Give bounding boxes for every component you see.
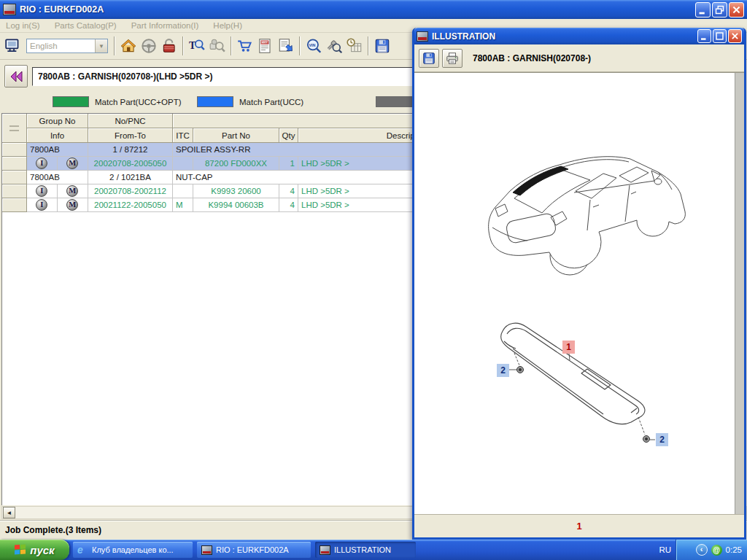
back-button[interactable] bbox=[4, 65, 28, 88]
toolbar-separator bbox=[368, 36, 369, 55]
illustration-toolbar: 7800AB : GARNISH(020708-) bbox=[414, 44, 744, 72]
illustration-canvas: 1 2 2 bbox=[414, 72, 744, 514]
cell-group-no: 7800AB bbox=[27, 171, 88, 184]
row-selector-button[interactable] bbox=[2, 114, 27, 143]
menu-parts-catalog[interactable]: Parts Catalog(P) bbox=[55, 21, 117, 30]
steering-wheel-icon[interactable] bbox=[139, 36, 159, 56]
cell-part-no: K9994 00603B bbox=[193, 198, 279, 212]
restore-button[interactable] bbox=[712, 2, 727, 18]
minimize-button[interactable] bbox=[695, 2, 711, 18]
group-title-text: 7800AB : GARNISH(020708-)(LHD >5DR >) bbox=[38, 71, 212, 82]
cell-part-no: K9993 20600 bbox=[193, 184, 279, 198]
network-monitor-icon[interactable] bbox=[3, 36, 23, 56]
messenger-icon[interactable] bbox=[711, 545, 722, 556]
cell-itc bbox=[173, 157, 193, 171]
material-button[interactable]: M bbox=[66, 185, 78, 197]
row-header-cell bbox=[2, 143, 27, 157]
lock-icon[interactable] bbox=[159, 36, 179, 56]
header-info: Info bbox=[27, 128, 88, 143]
row-header-cell bbox=[2, 157, 27, 171]
rio-app-icon bbox=[320, 545, 330, 555]
language-value: English bbox=[27, 42, 95, 50]
illustration-title: ILLUSTRATION bbox=[432, 31, 697, 42]
taskbar-button-label: ILLUSTRATION bbox=[334, 545, 391, 554]
toolbar-separator bbox=[114, 36, 115, 55]
taskbar-button-illustration[interactable]: ILLUSTRATION bbox=[315, 542, 416, 558]
status-text: Job Complete.(3 Items) bbox=[5, 525, 101, 535]
toolbar-separator bbox=[299, 36, 301, 55]
taskbar-button-browser[interactable]: Клуб владельцев ко... bbox=[73, 542, 193, 558]
header-no-pnc: No/PNC bbox=[88, 114, 173, 128]
row-header-cell bbox=[2, 198, 27, 212]
minimize-button[interactable] bbox=[697, 29, 711, 43]
cell-no-pnc: 1 / 87212 bbox=[88, 143, 173, 157]
cell-from-to: 20020708-2002112 bbox=[88, 184, 173, 198]
windows-logo-icon bbox=[15, 544, 26, 555]
material-button[interactable]: M bbox=[66, 199, 78, 211]
printer-icon bbox=[445, 51, 460, 66]
cell-qty: 4 bbox=[279, 198, 298, 212]
cell-info: I M bbox=[27, 198, 88, 212]
chevron-down-icon[interactable] bbox=[95, 39, 107, 52]
vertical-scrollbar[interactable] bbox=[735, 73, 744, 514]
car-line-drawing bbox=[481, 146, 700, 288]
toolbar-separator bbox=[182, 36, 184, 55]
system-tray: 0:25 bbox=[676, 540, 747, 560]
taskbar: пуск Клуб владельцев ко... RIO : EURKFD0… bbox=[0, 540, 747, 560]
cell-itc: M bbox=[173, 198, 193, 212]
home-icon[interactable] bbox=[118, 36, 139, 56]
print-button[interactable] bbox=[442, 49, 462, 68]
info-button[interactable]: I bbox=[36, 199, 47, 211]
row-header-cell bbox=[2, 184, 27, 198]
schedule-icon[interactable] bbox=[344, 36, 365, 56]
menu-help[interactable]: Help(H) bbox=[213, 21, 242, 30]
legend-swatch-green bbox=[53, 96, 89, 107]
save-icon[interactable] bbox=[372, 36, 392, 56]
callout-garnish[interactable]: 1 bbox=[562, 341, 575, 354]
info-button[interactable]: I bbox=[36, 185, 47, 197]
taskbar-button-label: RIO : EURKFD002A bbox=[216, 545, 289, 554]
save-illustration-button[interactable] bbox=[419, 49, 439, 68]
close-button[interactable] bbox=[729, 2, 744, 18]
save-import-icon[interactable] bbox=[276, 36, 296, 56]
parts-catalog-search-icon[interactable] bbox=[324, 36, 344, 56]
taskbar-button-label: Клуб владельцев ко... bbox=[92, 545, 174, 554]
text-search-icon[interactable]: T bbox=[187, 36, 207, 56]
floppy-icon bbox=[422, 51, 436, 66]
main-titlebar: RIO : EURKFD002A bbox=[0, 0, 747, 19]
header-from-to: From-To bbox=[88, 128, 173, 143]
header-part-no: Part No bbox=[193, 128, 279, 143]
row-header-cell bbox=[2, 171, 27, 184]
callout-nut-left[interactable]: 2 bbox=[497, 364, 509, 377]
legend-swatch-blue bbox=[197, 96, 233, 107]
scroll-left-icon[interactable] bbox=[3, 507, 15, 518]
code-input-icon[interactable]: CODE bbox=[255, 36, 276, 56]
maximize-button[interactable] bbox=[713, 29, 727, 43]
callout-nut-right[interactable]: 2 bbox=[656, 433, 668, 446]
header-qty: Qty bbox=[279, 128, 298, 143]
header-group-no: Group No bbox=[27, 114, 88, 128]
menu-login[interactable]: Log in(S) bbox=[6, 21, 40, 30]
parts-search-icon[interactable] bbox=[207, 36, 228, 56]
taskbar-button-rio[interactable]: RIO : EURKFD002A bbox=[197, 542, 311, 558]
illustration-footer: 1 bbox=[414, 514, 744, 537]
legend-item: Match Part(UCC+OPT) bbox=[53, 96, 182, 107]
desktop: RIO : EURKFD002A Log in(S) Parts Catalog… bbox=[0, 0, 747, 560]
vin-search-icon[interactable]: VIN bbox=[303, 36, 324, 56]
svg-text:CODE: CODE bbox=[261, 42, 269, 44]
language-indicator[interactable]: RU bbox=[659, 540, 671, 560]
material-button[interactable]: M bbox=[66, 158, 78, 169]
menu-part-information[interactable]: Part Information(I) bbox=[131, 21, 199, 30]
start-button[interactable]: пуск bbox=[0, 540, 69, 560]
cart-icon[interactable] bbox=[235, 36, 255, 56]
cell-group-no: 7800AB bbox=[27, 143, 88, 157]
tray-collapse-icon[interactable] bbox=[696, 544, 708, 556]
info-button[interactable]: I bbox=[36, 158, 47, 169]
language-select[interactable]: English bbox=[26, 39, 108, 53]
cell-from-to: 20021122-2005050 bbox=[88, 198, 173, 212]
cell-info: I M bbox=[27, 157, 88, 171]
cell-qty: 4 bbox=[279, 184, 298, 198]
close-button[interactable] bbox=[728, 29, 742, 43]
start-label: пуск bbox=[30, 544, 54, 556]
tray-clock: 0:25 bbox=[726, 545, 742, 554]
